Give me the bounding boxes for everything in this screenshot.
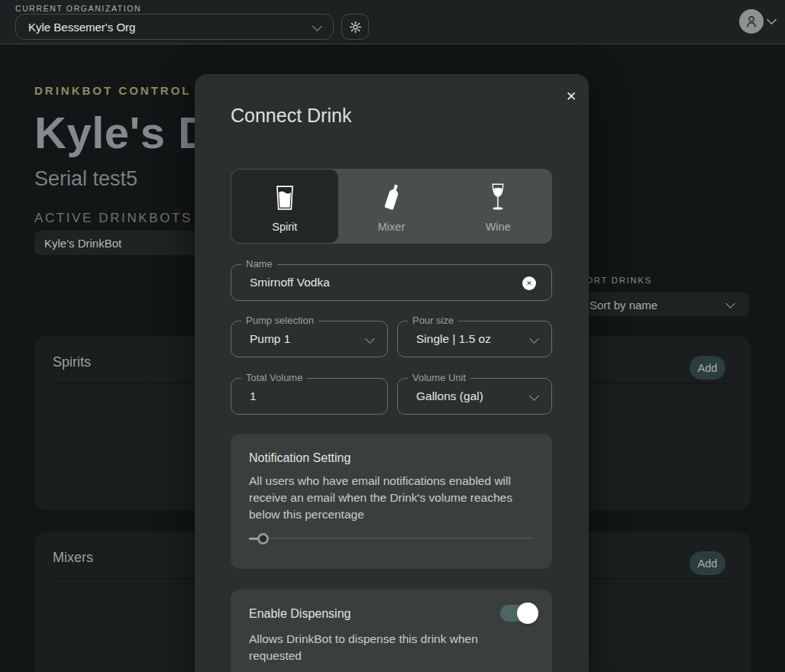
- chevron-down-icon: [529, 391, 539, 401]
- chevron-down-icon: [529, 334, 539, 344]
- spirit-glass-icon: [267, 180, 302, 215]
- pump-selection-value: Pump 1: [250, 332, 290, 346]
- enable-dispensing-panel: Enable Dispensing Allows DrinkBot to dis…: [231, 590, 552, 672]
- tab-wine-label: Wine: [486, 221, 511, 233]
- name-field[interactable]: Name Smirnoff Vodka ✕: [231, 264, 552, 301]
- mixer-bottle-icon: [374, 180, 409, 215]
- org-settings-button[interactable]: [341, 14, 369, 40]
- total-volume-input[interactable]: Total Volume 1: [231, 378, 388, 415]
- modal-title: Connect Drink: [231, 105, 351, 127]
- name-field-value: Smirnoff Vodka: [250, 276, 330, 289]
- organization-select-value: Kyle Bessemer's Org: [28, 21, 135, 34]
- clear-name-icon[interactable]: ✕: [522, 276, 536, 290]
- volume-unit-select[interactable]: Volume Unit Gallons (gal): [397, 378, 552, 415]
- notification-setting-title: Notification Setting: [249, 451, 351, 465]
- tab-mixer-label: Mixer: [378, 221, 405, 233]
- volume-unit-label: Volume Unit: [408, 372, 470, 383]
- pump-selection-label: Pump selection: [241, 315, 318, 326]
- top-bar: CURRENT ORGANIZATION Kyle Bessemer's Org: [0, 0, 785, 44]
- pour-size-label: Pour size: [408, 315, 458, 326]
- sort-drinks-value: Sort by name: [590, 298, 657, 311]
- tab-mixer[interactable]: Mixer: [338, 170, 445, 243]
- close-icon[interactable]: ✕: [561, 86, 581, 106]
- total-volume-value: 1: [250, 389, 257, 403]
- current-organization-label: CURRENT ORGANIZATION: [15, 4, 141, 13]
- active-drinkbots-label: ACTIVE DRINKBOTS: [34, 211, 192, 226]
- enable-dispensing-title: Enable Dispensing: [249, 607, 351, 621]
- active-drinkbot-name: Kyle's DrinkBot: [44, 237, 121, 250]
- enable-dispensing-description: Allows DrinkBot to dispense this drink w…: [249, 631, 521, 664]
- name-field-label: Name: [241, 258, 277, 270]
- gear-icon: [348, 20, 363, 34]
- user-avatar[interactable]: [739, 9, 764, 34]
- tab-spirit[interactable]: Spirit: [231, 170, 338, 243]
- drink-type-tabs: Spirit Mixer Wine: [231, 169, 552, 244]
- volume-unit-value: Gallons (gal): [416, 389, 483, 403]
- spirits-section-title: Spirits: [53, 354, 91, 370]
- pour-size-select[interactable]: Pour size Single | 1.5 oz: [397, 321, 552, 357]
- wine-glass-icon: [480, 180, 515, 215]
- pump-selection-select[interactable]: Pump selection Pump 1: [231, 321, 388, 357]
- add-mixer-button[interactable]: Add: [690, 551, 725, 575]
- tab-wine[interactable]: Wine: [444, 170, 551, 243]
- chevron-down-icon: [365, 334, 375, 344]
- total-volume-label: Total Volume: [241, 372, 307, 383]
- person-icon: [743, 13, 760, 30]
- chevron-down-icon: [725, 299, 735, 309]
- user-menu-chevron-icon[interactable]: [767, 15, 777, 24]
- slider-thumb[interactable]: [257, 533, 269, 544]
- notification-setting-panel: Notification Setting All users who have …: [231, 434, 552, 569]
- serial-text: Serial test5: [34, 167, 137, 191]
- sort-drinks-select[interactable]: Sort by name: [570, 292, 749, 316]
- notification-threshold-slider[interactable]: [249, 532, 534, 544]
- slider-track: [249, 538, 534, 539]
- mixers-section-title: Mixers: [53, 550, 93, 566]
- tab-spirit-label: Spirit: [272, 221, 297, 233]
- pour-size-value: Single | 1.5 oz: [416, 332, 491, 346]
- notification-setting-description: All users who have email notifications e…: [249, 473, 521, 523]
- chevron-down-icon: [312, 21, 322, 31]
- page-eyebrow: DRINKBOT CONTROL: [34, 84, 192, 97]
- organization-select[interactable]: Kyle Bessemer's Org: [15, 14, 334, 40]
- connect-drink-modal: ✕ Connect Drink Spirit Mixer: [195, 74, 589, 672]
- sort-drinks-label: SORT DRINKS: [579, 276, 652, 285]
- toggle-knob: [517, 603, 538, 624]
- enable-dispensing-toggle[interactable]: [500, 605, 534, 622]
- add-spirit-button[interactable]: Add: [690, 356, 725, 380]
